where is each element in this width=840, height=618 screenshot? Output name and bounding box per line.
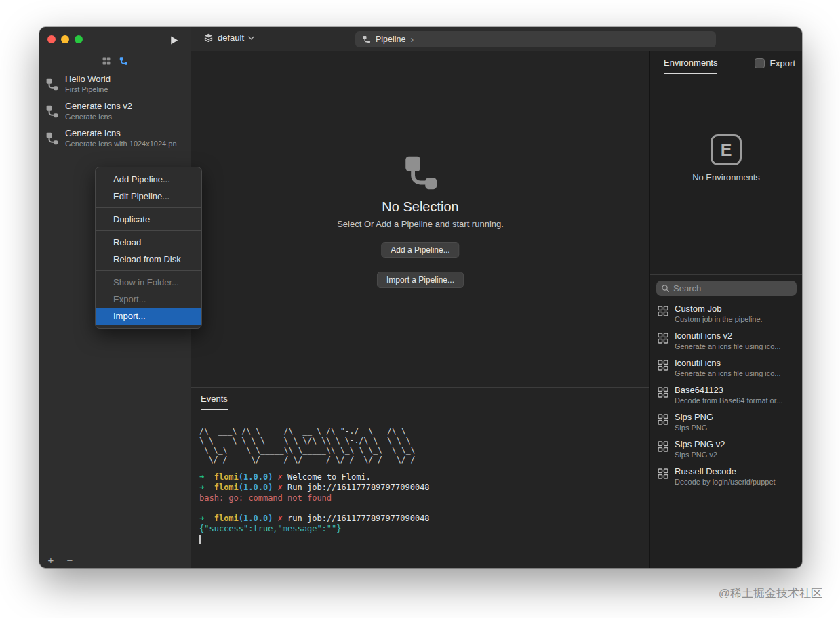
pipeline-subtitle: Generate Icns bbox=[65, 112, 132, 121]
job-grid-icon bbox=[657, 332, 669, 344]
context-menu-item[interactable]: Import... bbox=[96, 308, 201, 325]
breadcrumb-label: Pipeline bbox=[376, 35, 405, 44]
job-subtitle: Decode by login/userid/puppet bbox=[675, 477, 797, 487]
job-title: Base641123 bbox=[675, 384, 797, 396]
pipeline-list-item[interactable]: Generate Icns Generate Icns with 1024x10… bbox=[39, 125, 191, 152]
menu-separator bbox=[96, 230, 201, 231]
pipeline-list-item[interactable]: Generate Icns v2 Generate Icns bbox=[39, 98, 191, 125]
job-subtitle: Sips PNG v2 bbox=[675, 450, 797, 460]
context-menu-item[interactable]: Reload bbox=[96, 234, 201, 251]
job-template-item[interactable]: Sips PNG Sips PNG bbox=[650, 409, 802, 436]
job-subtitle: Sips PNG bbox=[675, 423, 797, 433]
context-menu-item[interactable]: Edit Pipeline... bbox=[96, 188, 201, 205]
ascii-art: ______ __ ______ __ __ __ /\ ___\ /\ \ /… bbox=[199, 417, 649, 464]
export-label: Export bbox=[769, 58, 795, 68]
tab-environments[interactable]: Environments bbox=[664, 58, 717, 74]
no-environments-text: No Environments bbox=[650, 172, 802, 182]
export-toggle: Export bbox=[755, 58, 795, 68]
right-panel: Environments Export E No Environments Cu… bbox=[649, 52, 802, 568]
no-selection-title: No Selection bbox=[191, 199, 649, 215]
chevron-down-icon bbox=[248, 36, 254, 40]
watermark: @稀土掘金技术社区 bbox=[719, 585, 822, 601]
events-tab[interactable]: Events bbox=[191, 388, 649, 410]
job-title: Russell Decode bbox=[675, 466, 797, 477]
pipeline-list-item[interactable]: Hello World First Pipeline bbox=[39, 70, 191, 98]
pipeline-view-icon[interactable] bbox=[119, 56, 128, 66]
pipeline-title: Generate Icns v2 bbox=[65, 101, 132, 112]
toolbar: default Pipeline › bbox=[191, 27, 802, 52]
terminal-output: ➜ flomi(1.0.0) ✗ Welcome to Flomi.➜ flom… bbox=[199, 472, 649, 545]
play-icon bbox=[168, 35, 180, 46]
context-menu: Add Pipeline... Edit Pipeline... Duplica… bbox=[95, 167, 202, 329]
pipeline-title: Generate Icns bbox=[65, 128, 177, 139]
job-title: Custom Job bbox=[675, 303, 797, 314]
context-menu-item-label: Show in Folder... bbox=[113, 277, 179, 287]
job-grid-icon bbox=[657, 413, 669, 426]
breadcrumb[interactable]: Pipeline › bbox=[355, 31, 716, 47]
pipeline-list: Hello World First Pipeline Generate Icns… bbox=[39, 70, 191, 152]
search-icon bbox=[661, 284, 670, 293]
zoom-window-button[interactable] bbox=[75, 35, 83, 43]
chevron-right-icon: › bbox=[410, 35, 414, 44]
export-checkbox[interactable] bbox=[755, 58, 765, 68]
job-title: Sips PNG bbox=[675, 411, 797, 423]
job-subtitle: Custom job in the pipeline. bbox=[675, 314, 797, 325]
job-grid-icon bbox=[657, 440, 669, 453]
panel-divider bbox=[650, 274, 802, 275]
job-template-item[interactable]: Base641123 Decode from Base64 format or.… bbox=[650, 382, 802, 409]
minimize-window-button[interactable] bbox=[61, 35, 69, 43]
context-menu-item-label: Export... bbox=[113, 294, 146, 304]
pipeline-subtitle: Generate Icns with 1024x1024.pn bbox=[65, 139, 177, 148]
job-grid-icon bbox=[657, 305, 669, 317]
search-input[interactable] bbox=[673, 283, 792, 293]
terminal-line: ➜ flomi(1.0.0) ✗ run job://1611777897977… bbox=[199, 514, 649, 524]
job-template-item[interactable]: Sips PNG v2 Sips PNG v2 bbox=[650, 436, 802, 464]
pipeline-title: Hello World bbox=[65, 74, 111, 85]
add-pipeline-button[interactable]: Add a Pipeline... bbox=[381, 242, 459, 258]
pipeline-subtitle: First Pipeline bbox=[65, 85, 111, 94]
job-subtitle: Decode from Base64 format or... bbox=[675, 396, 797, 406]
sidebar-footer: + − bbox=[45, 554, 76, 566]
job-grid-icon bbox=[657, 468, 669, 480]
job-template-item[interactable]: Custom Job Custom job in the pipeline. bbox=[650, 301, 802, 328]
pipeline-text: Generate Icns Generate Icns with 1024x10… bbox=[65, 128, 177, 148]
remove-item-button[interactable]: − bbox=[64, 554, 76, 566]
menu-separator bbox=[96, 270, 201, 271]
terminal-cursor bbox=[199, 535, 201, 544]
import-pipeline-button[interactable]: Import a Pipeline... bbox=[377, 272, 464, 288]
pipeline-icon bbox=[45, 104, 59, 119]
context-menu-item[interactable]: Add Pipeline... bbox=[96, 171, 201, 188]
context-menu-item[interactable]: Export... bbox=[96, 291, 201, 308]
grid-view-icon[interactable] bbox=[102, 56, 111, 66]
job-title: Iconutil icns v2 bbox=[675, 330, 797, 342]
run-pipeline-button[interactable] bbox=[164, 32, 183, 48]
no-selection-subtitle: Select Or Add a Pipeline and start runni… bbox=[191, 219, 649, 229]
context-menu-item-label: Edit Pipeline... bbox=[113, 191, 169, 201]
job-template-item[interactable]: Iconutil icns Generate an icns file usin… bbox=[650, 355, 802, 382]
context-menu-item-label: Duplicate bbox=[113, 214, 150, 224]
pipeline-icon bbox=[362, 35, 371, 44]
context-menu-item[interactable]: Reload from Disk bbox=[96, 251, 201, 268]
job-title: Sips PNG v2 bbox=[675, 438, 797, 450]
job-template-list: Custom Job Custom job in the pipeline. I… bbox=[650, 301, 802, 568]
close-window-button[interactable] bbox=[47, 35, 56, 43]
project-selector[interactable]: default bbox=[203, 33, 254, 43]
job-subtitle: Generate an icns file using ico... bbox=[675, 369, 797, 379]
job-template-item[interactable]: Iconutil icns v2 Generate an icns file u… bbox=[650, 328, 802, 355]
sidebar-view-tabs bbox=[39, 56, 191, 66]
job-title: Iconutil icns bbox=[675, 357, 797, 369]
environment-icon-letter: E bbox=[721, 140, 732, 160]
terminal-line: bash: go: command not found bbox=[199, 493, 649, 503]
events-panel: Events ______ __ ______ __ __ __ /\ ___\… bbox=[191, 387, 649, 568]
context-menu-item[interactable]: Show in Folder... bbox=[96, 274, 201, 291]
environments-empty-state: E No Environments bbox=[650, 134, 802, 182]
context-menu-item[interactable]: Duplicate bbox=[96, 211, 201, 228]
context-menu-item-label: Import... bbox=[113, 311, 146, 321]
pipeline-text: Generate Icns v2 Generate Icns bbox=[65, 101, 132, 121]
stack-icon bbox=[203, 33, 214, 43]
add-item-button[interactable]: + bbox=[45, 554, 57, 566]
job-template-item[interactable]: Russell Decode Decode by login/userid/pu… bbox=[650, 464, 802, 491]
context-menu-item-label: Add Pipeline... bbox=[113, 174, 170, 184]
events-tab-label: Events bbox=[201, 394, 228, 410]
job-subtitle: Generate an icns file using ico... bbox=[675, 342, 797, 352]
